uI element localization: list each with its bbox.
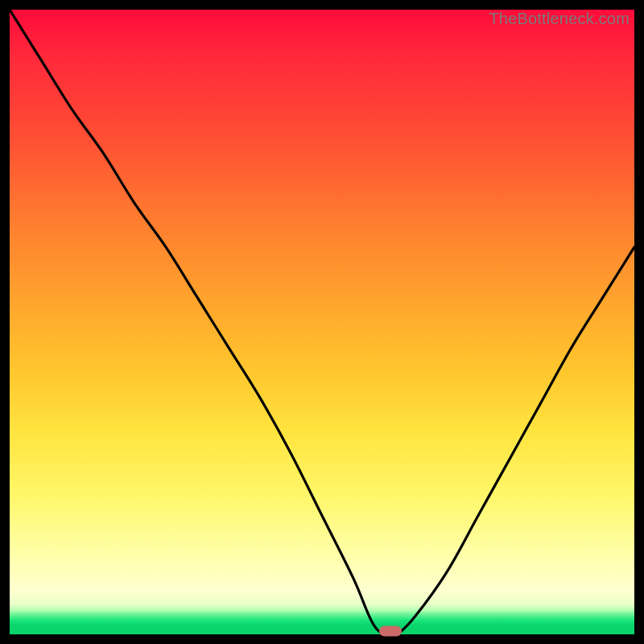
watermark-label: TheBottleneck.com <box>489 10 630 28</box>
chart-frame: TheBottleneck.com <box>0 0 644 644</box>
optimum-marker <box>379 626 402 637</box>
chart-plot-area: TheBottleneck.com <box>10 10 634 634</box>
bottleneck-curve <box>10 10 634 634</box>
